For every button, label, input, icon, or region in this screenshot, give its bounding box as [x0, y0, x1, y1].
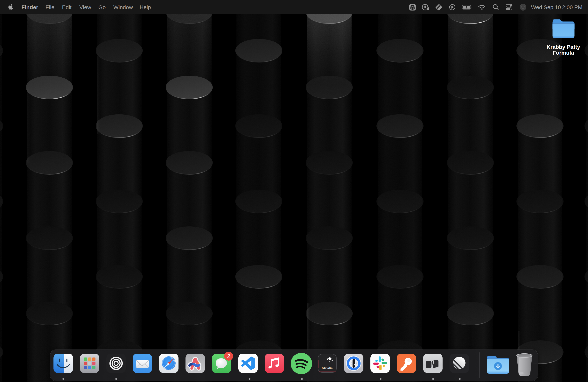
- svg-text:raycast: raycast: [322, 366, 333, 370]
